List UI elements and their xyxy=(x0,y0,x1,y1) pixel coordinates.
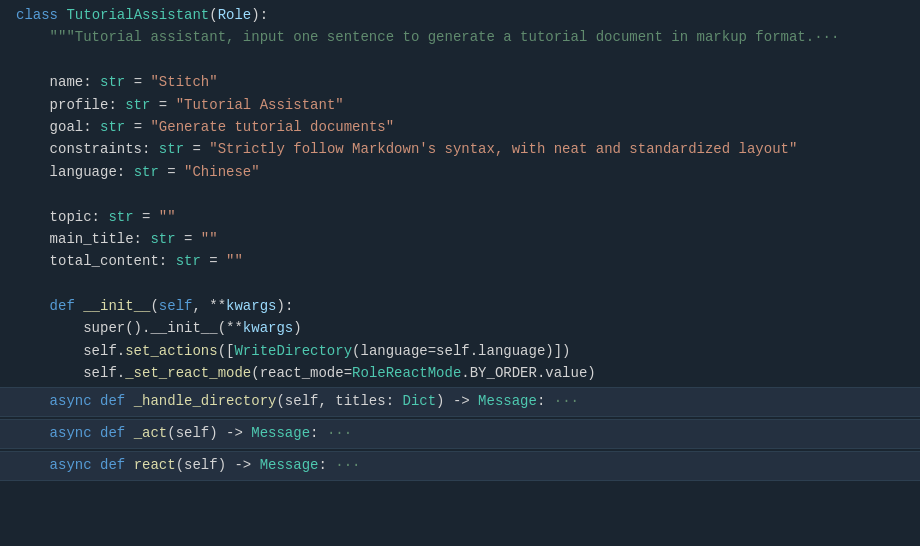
line-content: constraints: str = "Strictly follow Mark… xyxy=(16,138,797,160)
code-line-constraints-attr: constraints: str = "Strictly follow Mark… xyxy=(0,138,920,160)
collapsed-method-content: async def react(self) -> Message: ··· xyxy=(16,454,361,476)
line-content: profile: str = "Tutorial Assistant" xyxy=(16,94,344,116)
code-line-docstring: """Tutorial assistant, input one sentenc… xyxy=(0,26,920,48)
collapsed-method-content: async def _act(self) -> Message: ··· xyxy=(16,422,352,444)
line-content: class TutorialAssistant(Role): xyxy=(16,4,268,26)
line-content: name: str = "Stitch" xyxy=(16,71,218,93)
line-content: def __init__(self, **kwargs): xyxy=(16,295,293,317)
line-content: super().__init__(**kwargs) xyxy=(16,317,302,339)
line-content xyxy=(16,273,24,295)
code-line-blank1 xyxy=(0,49,920,71)
code-line-blank3 xyxy=(0,273,920,295)
code-block: class TutorialAssistant(Role): """Tutori… xyxy=(0,0,920,487)
line-content: """Tutorial assistant, input one sentenc… xyxy=(16,26,839,48)
code-line-blank2 xyxy=(0,183,920,205)
collapsed-method-react[interactable]: async def react(self) -> Message: ··· xyxy=(0,451,920,481)
code-line-profile-attr: profile: str = "Tutorial Assistant" xyxy=(0,94,920,116)
line-content: language: str = "Chinese" xyxy=(16,161,260,183)
collapsed-method-handle-directory[interactable]: async def _handle_directory(self, titles… xyxy=(0,387,920,417)
line-content: self.set_actions([WriteDirectory(languag… xyxy=(16,340,571,362)
code-line-goal-attr: goal: str = "Generate tutorial documents… xyxy=(0,116,920,138)
code-line-init-def: def __init__(self, **kwargs): xyxy=(0,295,920,317)
code-line-language-attr: language: str = "Chinese" xyxy=(0,161,920,183)
code-line-super-call: super().__init__(**kwargs) xyxy=(0,317,920,339)
code-line-total-content-attr: total_content: str = "" xyxy=(0,250,920,272)
code-line-set-react-mode: self._set_react_mode(react_mode=RoleReac… xyxy=(0,362,920,384)
line-content: main_title: str = "" xyxy=(16,228,218,250)
code-line-main-title-attr: main_title: str = "" xyxy=(0,228,920,250)
line-content xyxy=(16,49,24,71)
code-line-name-attr: name: str = "Stitch" xyxy=(0,71,920,93)
line-content: goal: str = "Generate tutorial documents… xyxy=(16,116,394,138)
code-editor: class TutorialAssistant(Role): """Tutori… xyxy=(0,0,920,546)
line-content: total_content: str = "" xyxy=(16,250,243,272)
collapsed-method-act[interactable]: async def _act(self) -> Message: ··· xyxy=(0,419,920,449)
code-line-set-actions: self.set_actions([WriteDirectory(languag… xyxy=(0,340,920,362)
collapsed-method-content: async def _handle_directory(self, titles… xyxy=(16,390,579,412)
line-content: topic: str = "" xyxy=(16,206,176,228)
code-line-class-def: class TutorialAssistant(Role): xyxy=(0,4,920,26)
line-content: self._set_react_mode(react_mode=RoleReac… xyxy=(16,362,596,384)
code-line-topic-attr: topic: str = "" xyxy=(0,206,920,228)
line-content xyxy=(16,183,24,205)
